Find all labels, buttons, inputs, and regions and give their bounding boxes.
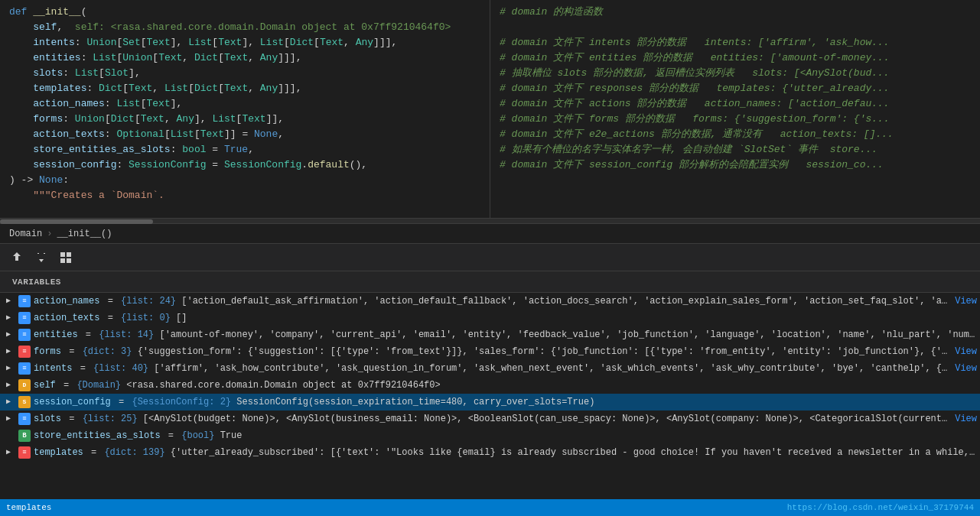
- expand-icon[interactable]: ▶: [6, 444, 18, 461]
- comment-line: # domain 文件下 actions 部分的数据 action_names:…: [490, 96, 980, 112]
- code-line: forms: Union[Dict[Text, Any], List[Text]…: [0, 112, 490, 127]
- code-line: """Creates a `Domain`.: [0, 188, 490, 203]
- var-content: templates = {dict: 139} {'utter_already_…: [34, 444, 977, 461]
- code-line: store_entities_as_slots: bool = True,: [0, 142, 490, 157]
- code-line: action_names: List[Text],: [0, 96, 490, 112]
- var-content: session_config = {SessionConfig: 2} Sess…: [34, 394, 977, 411]
- obj-icon: D: [18, 379, 31, 391]
- var-content: self = {Domain} <rasa.shared.core.domain…: [34, 377, 977, 394]
- variables-header: Variables: [0, 271, 980, 293]
- comment-line: # domain 文件下 forms 部分的数据 forms: {'sugges…: [490, 112, 980, 127]
- var-row-self[interactable]: ▶ D self = {Domain} <rasa.shared.core.do…: [0, 377, 980, 394]
- var-content: entities = {list: 14} ['amount-of-money'…: [34, 326, 977, 343]
- var-row-slots[interactable]: ▶ ≡ slots = {list: 25} [<AnySlot(budget:…: [0, 411, 980, 427]
- code-line: entities: List[Union[Text, Dict[Text, An…: [0, 50, 490, 66]
- code-line: templates: Dict[Text, List[Dict[Text, An…: [0, 81, 490, 96]
- expand-icon[interactable]: ▶: [6, 343, 18, 360]
- code-line: session_config: SessionConfig = SessionC…: [0, 157, 490, 173]
- expand-icon[interactable]: ▶: [6, 326, 18, 343]
- svg-rect-3: [67, 258, 71, 263]
- comment-line: # domain 的构造函数: [490, 5, 980, 20]
- comment-line: # domain 文件下 e2e_actions 部分的数据, 通常没有 act…: [490, 127, 980, 142]
- view-link[interactable]: View: [955, 360, 977, 377]
- breadcrumb-item-init[interactable]: __init__(): [57, 229, 112, 239]
- expand-icon[interactable]: ▶: [6, 293, 18, 310]
- breadcrumb-separator: ›: [47, 229, 52, 239]
- comment-line: # 如果有个槽位的名字与实体名字一样, 会自动创建 `SlotSet` 事件 s…: [490, 142, 980, 157]
- code-line: action_texts: Optional[List[Text]] = Non…: [0, 127, 490, 142]
- comment-line: # domain 文件下 intents 部分的数据 intents: ['af…: [490, 35, 980, 50]
- breadcrumb: Domain › __init__(): [0, 224, 980, 244]
- code-line: [0, 203, 490, 218]
- status-bar: templates https://blog.csdn.net/weixin_3…: [0, 499, 980, 516]
- var-content: action_texts = {list: 0} []: [34, 310, 977, 326]
- var-content: action_names = {list: 24} ['action_defau…: [34, 293, 952, 310]
- breadcrumb-item-domain[interactable]: Domain: [9, 229, 42, 239]
- var-row-entities[interactable]: ▶ ≡ entities = {list: 14} ['amount-of-mo…: [0, 326, 980, 343]
- expand-icon[interactable]: [6, 427, 18, 444]
- left-code-panel: def __init__( self, self: <rasa.shared.c…: [0, 0, 490, 218]
- comment-line: # domain 文件下 responses 部分的数据 templates: …: [490, 81, 980, 96]
- editor-area: def __init__( self, self: <rasa.shared.c…: [0, 0, 980, 218]
- var-row-forms[interactable]: ▶ ≡ forms = {dict: 3} {'suggestion_form'…: [0, 343, 980, 360]
- horizontal-scrollbar[interactable]: [0, 218, 980, 224]
- list-icon: ≡: [18, 329, 31, 341]
- obj-icon: S: [18, 396, 31, 408]
- list-icon: ≡: [18, 413, 31, 425]
- svg-rect-0: [60, 252, 65, 257]
- var-row-action-names[interactable]: ▶ ≡ action_names = {list: 24} ['action_d…: [0, 293, 980, 310]
- step-out-button[interactable]: [6, 247, 28, 268]
- expand-icon[interactable]: ▶: [6, 394, 18, 411]
- svg-rect-2: [60, 258, 65, 263]
- comment-line: [490, 20, 980, 35]
- var-row-intents[interactable]: ▶ ≡ intents = {list: 40} ['affirm', 'ask…: [0, 360, 980, 377]
- list-icon: ≡: [18, 362, 31, 375]
- var-row-store-entities[interactable]: B store_entities_as_slots = {bool} True: [0, 427, 980, 444]
- step-into-button[interactable]: [31, 247, 52, 268]
- view-link[interactable]: View: [955, 293, 977, 310]
- comment-line: # domain 文件下 session_config 部分解析的会陪配置实例 …: [490, 157, 980, 173]
- code-line: ) -> None:: [0, 173, 490, 188]
- variables-panel: Variables ▶ ≡ action_names = {list: 24} …: [0, 271, 980, 516]
- right-comment-panel: # domain 的构造函数 # domain 文件下 intents 部分的数…: [490, 0, 980, 218]
- list-icon: ≡: [18, 295, 31, 307]
- svg-rect-1: [67, 252, 71, 257]
- status-text: templates: [6, 503, 51, 512]
- dict-icon: ≡: [18, 346, 31, 358]
- expand-icon[interactable]: ▶: [6, 310, 18, 326]
- status-right: https://blog.csdn.net/weixin_37179744: [787, 503, 974, 512]
- dict-icon: ≡: [18, 446, 31, 459]
- view-link[interactable]: View: [955, 411, 977, 427]
- expand-icon[interactable]: ▶: [6, 411, 18, 427]
- bool-icon: B: [18, 430, 31, 442]
- var-content: slots = {list: 25} [<AnySlot(budget: Non…: [34, 411, 952, 427]
- var-row-session-config[interactable]: ▶ S session_config = {SessionConfig: 2} …: [0, 394, 980, 411]
- var-content: forms = {dict: 3} {'suggestion_form': {'…: [34, 343, 952, 360]
- var-content: store_entities_as_slots = {bool} True: [34, 427, 977, 444]
- list-icon: ≡: [18, 312, 31, 324]
- var-row-templates[interactable]: ▶ ≡ templates = {dict: 139} {'utter_alre…: [0, 444, 980, 461]
- expand-icon[interactable]: ▶: [6, 360, 18, 377]
- code-line: self, self: <rasa.shared.core.domain.Dom…: [0, 20, 490, 35]
- debug-toolbar: [0, 244, 980, 271]
- comment-line: # domain 文件下 entities 部分的数据 entities: ['…: [490, 50, 980, 66]
- code-line: slots: List[Slot],: [0, 66, 490, 81]
- grid-view-button[interactable]: [55, 247, 77, 268]
- code-line: intents: Union[Set[Text], List[Text], Li…: [0, 35, 490, 50]
- blog-link[interactable]: https://blog.csdn.net/weixin_37179744: [787, 503, 974, 512]
- var-content: intents = {list: 40} ['affirm', 'ask_how…: [34, 360, 952, 377]
- expand-icon[interactable]: ▶: [6, 377, 18, 394]
- view-link[interactable]: View: [955, 343, 977, 360]
- code-line: def __init__(: [0, 5, 490, 20]
- var-row-action-texts[interactable]: ▶ ≡ action_texts = {list: 0} []: [0, 310, 980, 326]
- comment-line: # 抽取槽位 slots 部分的数据, 返回槽位实例列表 slots: [<An…: [490, 66, 980, 81]
